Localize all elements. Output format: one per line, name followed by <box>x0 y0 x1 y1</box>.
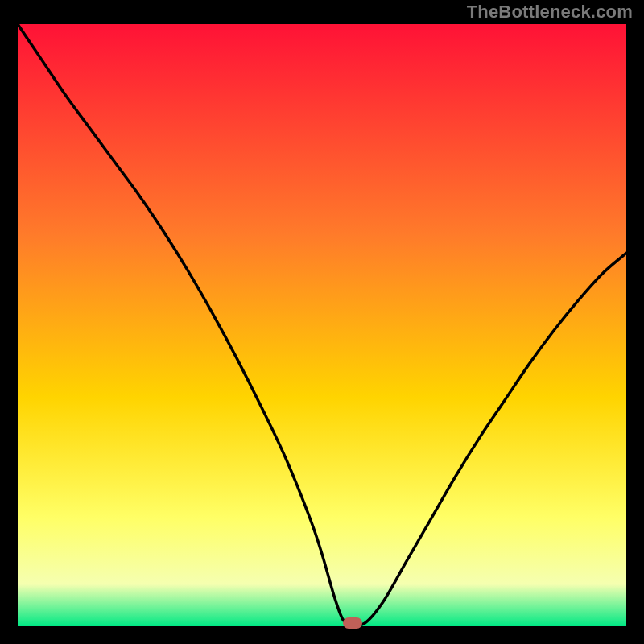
gradient-background <box>18 24 626 626</box>
bottleneck-plot-svg <box>18 24 626 626</box>
minimum-marker <box>343 617 362 629</box>
watermark-text: TheBottleneck.com <box>467 2 633 23</box>
chart-frame: TheBottleneck.com <box>0 0 644 644</box>
plot-area <box>18 24 626 626</box>
